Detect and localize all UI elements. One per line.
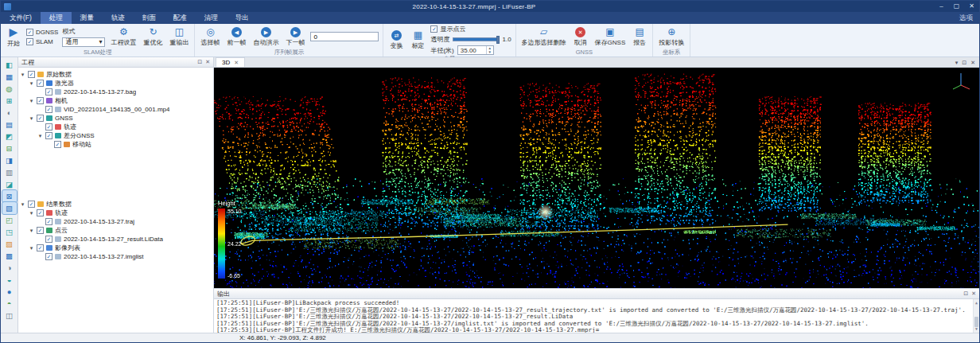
left-tool-icon-5[interactable]: ◐: [2, 107, 17, 119]
tree-node[interactable]: ✓轨迹: [18, 123, 213, 131]
left-tool-icon-20[interactable]: ●: [2, 286, 17, 298]
tab-3d-view[interactable]: 3D ✕: [216, 57, 245, 67]
show-pointcloud-checkbox[interactable]: ✓ 显示点云: [430, 25, 465, 33]
project-settings-button[interactable]: ⚙ 工程设置: [109, 27, 138, 47]
tree-checkbox[interactable]: ✓: [45, 106, 52, 113]
tree-checkbox[interactable]: ✓: [45, 253, 52, 260]
tree-checkbox[interactable]: ✓: [37, 115, 44, 122]
left-tool-icon-12[interactable]: ⊠: [2, 190, 17, 202]
close-button[interactable]: ✕: [964, 1, 979, 12]
close-view-icon[interactable]: ✕: [970, 60, 975, 66]
tree-checkbox[interactable]: ✓: [54, 141, 61, 148]
left-tool-icon-16[interactable]: ▨: [2, 238, 17, 250]
tree-node[interactable]: ▾✓差分GNSS: [18, 131, 213, 140]
calibrate-button[interactable]: ▦ 标定: [409, 30, 426, 50]
tab-close-icon[interactable]: ✕: [234, 60, 239, 66]
left-tool-icon-14[interactable]: ◰: [2, 214, 17, 226]
close-output-icon[interactable]: ✕: [971, 290, 976, 297]
tree-checkbox[interactable]: ✓: [37, 80, 44, 87]
start-button[interactable]: ▶ 开始: [5, 26, 22, 48]
polygon-delete-button[interactable]: ▱ 多边形选择删除: [520, 27, 568, 47]
tree-node[interactable]: ▾✓原始数据: [18, 70, 213, 79]
transform-button[interactable]: ⇄ 变换: [387, 30, 405, 50]
tree-node[interactable]: ✓VID_20221014_154135_00_001.mp4: [18, 105, 213, 114]
tree-node[interactable]: ✓2022-10-14-15-13-27.imglist: [18, 252, 213, 261]
left-tool-icon-1[interactable]: ◧: [2, 59, 17, 71]
menu-tab-4[interactable]: 轨迹: [103, 12, 134, 24]
left-tool-icon-8[interactable]: ⊟: [2, 142, 17, 154]
menu-tab-1[interactable]: 文件(F): [1, 12, 41, 24]
frame-number-input[interactable]: [310, 32, 379, 41]
left-tool-icon-22[interactable]: ◫: [2, 310, 17, 322]
left-tool-icon-21[interactable]: ◓: [2, 298, 17, 310]
radius-spinner[interactable]: 35.00 ▲ ▼: [457, 45, 494, 55]
opacity-slider[interactable]: [453, 37, 499, 41]
float-panel-icon[interactable]: ⊡: [197, 59, 202, 65]
left-tool-icon-11[interactable]: ◪: [2, 178, 17, 190]
options-button[interactable]: 选项: [959, 12, 979, 24]
reexport-button[interactable]: ◫ 重输出: [168, 27, 190, 47]
tree-node[interactable]: ▾✓轨迹: [18, 209, 213, 217]
menu-tab-6[interactable]: 配准: [165, 12, 196, 24]
output-scrollbar[interactable]: ▲ ▼: [973, 299, 979, 333]
tree-checkbox[interactable]: ✓: [28, 201, 35, 208]
expander-icon[interactable]: ▾: [29, 80, 34, 87]
minimize-button[interactable]: –: [934, 1, 949, 12]
projection-button[interactable]: ⊕ 投影转换: [657, 27, 686, 47]
menu-tab-7[interactable]: 清理: [196, 12, 227, 24]
viewport-3d[interactable]: Height 55.10 24.22 -6.65: [214, 68, 979, 288]
left-tool-icon-10[interactable]: ▥: [2, 166, 17, 178]
next-frame-button[interactable]: ▶ 下一帧: [284, 27, 306, 47]
select-frame-button[interactable]: ◎ 选择帧: [199, 27, 221, 47]
report-button[interactable]: ▤ 报告: [631, 27, 648, 47]
tree-checkbox[interactable]: ✓: [45, 123, 52, 131]
tree-checkbox[interactable]: ✓: [37, 244, 44, 251]
expander-icon[interactable]: ▾: [20, 72, 25, 78]
left-tool-icon-19[interactable]: ◒: [2, 274, 17, 286]
tree-node[interactable]: ▾✓结果数据: [18, 200, 213, 209]
tree-checkbox[interactable]: ✓: [37, 209, 44, 216]
prev-frame-button[interactable]: ◀ 前一帧: [225, 27, 247, 47]
tree-node[interactable]: ▾✓相机: [18, 96, 213, 105]
auto-play-button[interactable]: ▶ 自动演示: [251, 27, 280, 47]
menu-tab-3[interactable]: 测量: [72, 12, 103, 24]
left-tool-icon-2[interactable]: ▦: [2, 71, 17, 83]
tree-node[interactable]: ▾✓GNSS: [18, 114, 213, 123]
tree-node[interactable]: ▾✓影像列表: [18, 244, 213, 252]
expander-icon[interactable]: ▾: [29, 228, 34, 234]
menu-tab-2[interactable]: 处理: [41, 12, 72, 24]
menu-tab-8[interactable]: 导出: [227, 12, 258, 24]
left-tool-icon-13[interactable]: ▧: [2, 202, 17, 214]
menu-tab-5[interactable]: 剖面: [134, 12, 165, 24]
expander-icon[interactable]: ▾: [20, 201, 25, 208]
scroll-up-icon[interactable]: ▲: [974, 299, 979, 306]
spin-down-icon[interactable]: ▼: [487, 50, 493, 54]
left-tool-icon-4[interactable]: ⊞: [2, 95, 17, 107]
expander-icon[interactable]: ▾: [29, 98, 34, 104]
tree-node[interactable]: ✓2022-10-14-15-13-27.bag: [18, 88, 213, 96]
tree-node[interactable]: ✓2022-10-14-15-13-27_result.LiData: [18, 235, 213, 244]
close-panel-icon[interactable]: ✕: [205, 59, 210, 65]
tree-checkbox[interactable]: ✓: [37, 227, 44, 234]
dgnss-checkbox[interactable]: ✓ DGNSS: [26, 29, 58, 36]
left-tool-icon-18[interactable]: ◑: [2, 262, 17, 274]
tree-checkbox[interactable]: ✓: [45, 88, 52, 95]
left-tool-icon-17[interactable]: ▩: [2, 250, 17, 262]
cancel-button[interactable]: ✕ 取消: [572, 27, 589, 47]
expander-icon[interactable]: ▾: [29, 115, 34, 122]
expander-icon[interactable]: ▾: [29, 210, 34, 216]
scroll-down-icon[interactable]: ▼: [974, 325, 979, 333]
reoptimize-button[interactable]: ↻ 重优化: [142, 27, 164, 47]
left-tool-icon-15[interactable]: ◳: [2, 226, 17, 238]
tree-node[interactable]: ✓移动站: [18, 140, 213, 149]
float-output-icon[interactable]: ⊡: [963, 290, 968, 297]
tree-node[interactable]: ▾✓激光器: [18, 79, 213, 88]
tree-checkbox[interactable]: ✓: [45, 132, 52, 139]
tree-node[interactable]: ▾✓点云: [18, 226, 213, 235]
tree-checkbox[interactable]: ✓: [45, 236, 52, 243]
expander-icon[interactable]: ▾: [29, 245, 34, 251]
mode-select[interactable]: 通用 ▾: [62, 37, 105, 47]
slam-checkbox[interactable]: ✓ SLAM: [26, 38, 58, 45]
tree-node[interactable]: ✓2022-10-14-15-13-27.traj: [18, 217, 213, 226]
left-tool-icon-3[interactable]: ◍: [2, 83, 17, 95]
